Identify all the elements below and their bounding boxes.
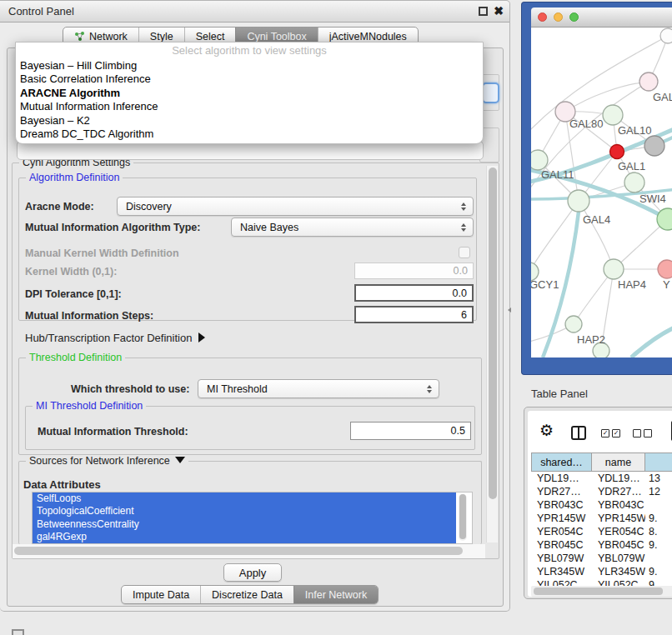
close-icon[interactable]: ✖ bbox=[494, 4, 504, 18]
network-node-gal10[interactable] bbox=[603, 105, 623, 125]
table-cell[interactable]: YLR345W bbox=[592, 565, 645, 578]
panel-splitter-handle[interactable] bbox=[508, 308, 511, 312]
table-cell[interactable]: YBR043C bbox=[531, 498, 592, 512]
float-window-icon[interactable] bbox=[479, 7, 488, 16]
close-traffic-light-icon[interactable] bbox=[538, 12, 547, 22]
dropdown-item-dream8[interactable]: Dream8 DC_TDC Algorithm bbox=[16, 128, 483, 141]
table-cell[interactable]: YDL19… bbox=[592, 472, 645, 485]
dropdown-item-aracne[interactable]: ARACNE Algorithm bbox=[16, 87, 483, 100]
table-row[interactable]: YDR27…YDR27…12 bbox=[531, 485, 672, 498]
kernel-width-field[interactable]: 0.0 bbox=[354, 262, 474, 279]
network-node-partial[interactable] bbox=[660, 28, 672, 43]
mi-algorithm-type-combo[interactable]: Naive Bayes bbox=[231, 218, 474, 237]
aracne-mode-combo[interactable]: Discovery bbox=[117, 197, 474, 216]
tab-infer-network[interactable]: Infer Network bbox=[293, 586, 378, 603]
table-cell[interactable]: YPR145W bbox=[592, 512, 645, 525]
network-node-hap4[interactable] bbox=[604, 259, 624, 279]
select-all-checkboxes-icon[interactable]: ✓✓ bbox=[601, 429, 620, 438]
manual-kernel-width-label: Manual Kernel Width Definition bbox=[25, 248, 179, 259]
column-header-shared[interactable]: shared… bbox=[531, 452, 592, 472]
data-attributes-list[interactable]: SelfLoops TopologicalCoefficient Between… bbox=[32, 492, 473, 544]
table-cell[interactable]: YBR045C bbox=[531, 538, 592, 552]
network-window-titlebar[interactable] bbox=[531, 8, 672, 28]
mi-steps-field[interactable]: 6 bbox=[354, 306, 474, 323]
network-node-gal-partial[interactable] bbox=[639, 72, 658, 91]
table-cell[interactable]: 13 bbox=[645, 472, 672, 485]
table-cell[interactable]: YDR27… bbox=[531, 485, 592, 498]
table-cell[interactable]: YLR345W bbox=[531, 565, 592, 578]
deselect-all-checkboxes-icon[interactable] bbox=[633, 429, 652, 438]
table-row[interactable]: YPR145WYPR145W9. bbox=[531, 512, 672, 525]
table-cell[interactable] bbox=[645, 552, 672, 565]
table-cell[interactable]: YER054C bbox=[592, 525, 645, 538]
tab-impute-data[interactable]: Impute Data bbox=[122, 586, 200, 603]
table-cell[interactable]: YDR27… bbox=[592, 485, 645, 498]
network-node-y-partial[interactable] bbox=[658, 260, 672, 278]
tab-label: Cyni Toolbox bbox=[247, 31, 306, 42]
inference-algorithm-combo-fragment[interactable] bbox=[482, 82, 499, 103]
list-item[interactable]: gal4RGexp bbox=[33, 531, 456, 543]
table-cell[interactable]: YBR043C bbox=[592, 498, 645, 512]
table-cell[interactable]: YBL079W bbox=[531, 552, 592, 565]
table-cell[interactable]: YBL079W bbox=[592, 552, 645, 565]
table-cell[interactable]: YDL19… bbox=[531, 472, 592, 485]
table-row[interactable]: YER054CYER054C8. bbox=[531, 525, 672, 538]
column-header-name[interactable]: name bbox=[592, 452, 645, 472]
column-header-partial[interactable] bbox=[645, 452, 672, 472]
minimize-traffic-light-icon[interactable] bbox=[554, 12, 563, 22]
table-cell[interactable]: YPR145W bbox=[531, 512, 592, 525]
settings-vertical-scrollbar[interactable] bbox=[486, 166, 498, 542]
network-node-swi4[interactable] bbox=[624, 172, 644, 192]
collapsed-panel-icon[interactable] bbox=[12, 629, 24, 635]
group-title: Algorithm Definition bbox=[26, 172, 123, 184]
network-canvas[interactable]: GAL GAL80 GAL10 GAL1 GAL11 SWI4 GAL4 GCY… bbox=[531, 28, 672, 358]
network-view-window[interactable]: GAL GAL80 GAL10 GAL1 GAL11 SWI4 GAL4 GCY… bbox=[521, 2, 672, 375]
network-node-gal1[interactable] bbox=[610, 145, 624, 159]
list-item[interactable]: SelfLoops bbox=[33, 492, 456, 505]
table-row[interactable]: YDL19…YDL19…13 bbox=[531, 472, 672, 485]
tab-label: Style bbox=[150, 31, 173, 42]
dpi-tolerance-field[interactable]: 0.0 bbox=[354, 284, 474, 302]
table-cell[interactable]: 9. bbox=[645, 512, 672, 525]
manual-kernel-width-checkbox[interactable] bbox=[459, 247, 470, 258]
table-cell[interactable]: 9. bbox=[645, 538, 672, 552]
tab-discretize-data[interactable]: Discretize Data bbox=[200, 586, 293, 603]
which-threshold-combo[interactable]: MI Threshold bbox=[198, 379, 439, 398]
network-edges-thick bbox=[531, 128, 672, 358]
scrollbar-thumb[interactable] bbox=[14, 547, 463, 555]
table-row[interactable]: YLR345WYLR345W9. bbox=[531, 565, 672, 578]
apply-button[interactable]: Apply bbox=[223, 563, 282, 582]
scrollbar-thumb[interactable] bbox=[459, 494, 466, 539]
gear-icon[interactable]: ⚙ bbox=[539, 422, 554, 438]
dropdown-item-bayesian-hill-climbing[interactable]: Bayesian – Hill Climbing bbox=[16, 59, 483, 72]
mi-threshold-label: Mutual Information Threshold: bbox=[38, 426, 188, 438]
group-title: Threshold Definition bbox=[26, 352, 125, 364]
network-node-hap2[interactable] bbox=[565, 316, 582, 332]
hub-definition-toggle[interactable]: Hub/Transcription Factor Definition bbox=[25, 332, 205, 344]
network-node-gal4[interactable] bbox=[568, 190, 589, 212]
zoom-traffic-light-icon[interactable] bbox=[569, 12, 579, 22]
scrollbar-thumb[interactable] bbox=[534, 588, 663, 595]
table-cell[interactable]: YER054C bbox=[531, 525, 592, 538]
table-row[interactable]: YBR043CYBR043C bbox=[531, 498, 672, 512]
table-row[interactable]: YBL079WYBL079W bbox=[531, 552, 672, 565]
scrollbar-thumb[interactable] bbox=[489, 168, 497, 499]
mi-threshold-field[interactable]: 0.5 bbox=[350, 422, 471, 440]
table-cell[interactable]: 9. bbox=[645, 565, 672, 578]
table-cell[interactable]: 12 bbox=[645, 485, 672, 498]
dropdown-item-mutual-information[interactable]: Mutual Information Inference bbox=[16, 100, 483, 113]
table-row[interactable]: YBR045CYBR045C9. bbox=[531, 538, 672, 552]
table-cell[interactable]: 8. bbox=[645, 525, 672, 538]
settings-horizontal-scrollbar[interactable] bbox=[13, 544, 485, 558]
table-cell[interactable] bbox=[645, 498, 672, 512]
list-scrollbar[interactable] bbox=[459, 494, 467, 541]
dropdown-item-basic-correlation[interactable]: Basic Correlation Inference bbox=[16, 72, 483, 86]
list-item[interactable]: BetweennessCentrality bbox=[33, 518, 456, 531]
network-node-gal11[interactable] bbox=[531, 150, 548, 170]
list-item[interactable]: TopologicalCoefficient bbox=[33, 505, 456, 518]
split-columns-icon[interactable] bbox=[571, 426, 586, 440]
table-horizontal-scrollbar[interactable] bbox=[531, 586, 672, 597]
network-node-gray[interactable] bbox=[644, 136, 664, 156]
table-cell[interactable]: YBR045C bbox=[592, 538, 645, 552]
dropdown-item-bayesian-k2[interactable]: Bayesian – K2 bbox=[16, 114, 483, 128]
